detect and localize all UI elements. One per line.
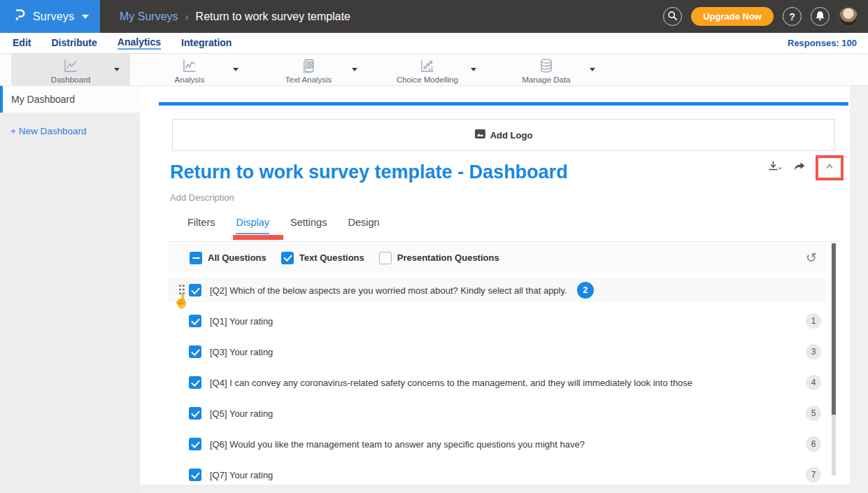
dashboard-actions — [765, 155, 844, 180]
collapse-header-button-highlighted[interactable] — [816, 155, 844, 180]
scatter-chart-icon — [418, 57, 436, 74]
presentation-questions-checkbox[interactable] — [379, 252, 392, 264]
filter-label: Text Questions — [299, 252, 364, 263]
filter-label: Presentation Questions — [397, 252, 499, 263]
add-description-placeholder[interactable]: Add Description — [170, 192, 234, 203]
question-checkbox[interactable] — [189, 376, 201, 389]
document-grid-icon — [300, 57, 317, 74]
scrollbar-thumb[interactable] — [832, 243, 836, 415]
question-row-q4: [Q4] I can convey any coronavirus-relate… — [169, 371, 826, 394]
new-dashboard-button[interactable]: + New Dashboard — [10, 126, 140, 136]
analytics-toolbar: Dashboard Analysis Text Analysis Choice … — [0, 54, 868, 86]
question-text: [Q3] Your rating — [210, 347, 273, 357]
question-order-badge: 6 — [806, 436, 821, 452]
dashboard-title[interactable]: Return to work survey template - Dashboa… — [170, 162, 568, 183]
toolbar-item-label: Dashboard — [51, 76, 90, 84]
filter-text-questions: Text Questions — [281, 252, 364, 264]
line-chart-icon — [180, 57, 199, 74]
question-mark-icon: ? — [789, 11, 795, 22]
question-text: [Q4] I can convey any coronavirus-relate… — [210, 378, 692, 388]
tab-design[interactable]: Design — [348, 217, 379, 234]
question-order-badge: 4 — [806, 375, 821, 390]
search-icon — [667, 10, 678, 23]
sidebar-item-my-dashboard[interactable]: My Dashboard — [0, 86, 140, 113]
share-arrow-icon — [792, 159, 806, 176]
annotation-red-underline — [233, 235, 283, 240]
question-text: [Q2] Which of the below aspects are you … — [210, 285, 567, 296]
drag-handle-icon[interactable] — [179, 285, 185, 294]
chevron-down-icon[interactable] — [233, 68, 239, 71]
question-checkbox[interactable] — [189, 407, 201, 420]
question-row-q7: [Q7] Your rating 7 — [169, 463, 826, 485]
top-header: Surveys My Surveys › Return to work surv… — [0, 0, 868, 33]
download-icon — [767, 159, 782, 177]
tab-settings[interactable]: Settings — [290, 217, 327, 234]
text-questions-checkbox[interactable] — [281, 252, 294, 264]
nav-item-edit[interactable]: Edit — [13, 37, 31, 49]
breadcrumb-current-survey: Return to work survey template — [196, 10, 350, 23]
responses-count: Responses: 100 — [788, 38, 868, 48]
filter-label: All Questions — [208, 252, 266, 263]
question-order-badge: 7 — [806, 467, 821, 483]
line-chart-icon — [62, 57, 80, 74]
breadcrumb-my-surveys[interactable]: My Surveys — [120, 10, 178, 23]
reset-order-button[interactable]: ↺ — [806, 251, 826, 264]
all-questions-checkbox[interactable] — [190, 252, 202, 264]
toolbar-item-dashboard[interactable]: Dashboard — [11, 54, 130, 86]
question-checkbox[interactable] — [189, 345, 201, 358]
breadcrumb-separator-icon: › — [185, 10, 189, 22]
question-checkbox[interactable] — [189, 469, 201, 481]
question-order-badge: 1 — [806, 313, 821, 329]
question-list: [Q2] Which of the below aspects are you … — [169, 278, 826, 485]
nav-item-distribute[interactable]: Distribute — [51, 37, 97, 49]
question-checkbox[interactable] — [189, 438, 201, 450]
tab-filters[interactable]: Filters — [187, 217, 215, 234]
question-order-badge: 3 — [806, 344, 821, 359]
chevron-down-icon[interactable] — [590, 68, 595, 71]
app-name: Surveys — [33, 10, 74, 23]
toolbar-item-manage-data[interactable]: Manage Data — [487, 54, 606, 86]
toolbar-item-label: Text Analysis — [285, 76, 332, 84]
help-button[interactable]: ? — [783, 7, 802, 26]
toolbar-item-label: Choice Modelling — [397, 76, 458, 84]
share-button[interactable] — [790, 159, 809, 177]
upgrade-now-button[interactable]: Upgrade Now — [691, 7, 774, 26]
download-button[interactable] — [765, 159, 783, 177]
add-logo-button[interactable]: Add Logo — [172, 119, 835, 151]
question-text: [Q1] Your rating — [210, 316, 273, 327]
question-filter-bar: All Questions Text Questions Presentatio… — [169, 243, 826, 272]
nav-item-analytics[interactable]: Analytics — [118, 36, 161, 50]
scrollbar-track[interactable] — [832, 243, 836, 476]
question-checkbox[interactable] — [189, 284, 201, 296]
question-row-q2: [Q2] Which of the below aspects are you … — [169, 278, 826, 302]
toolbar-item-label: Analysis — [175, 76, 205, 84]
dashboard-sidebar: My Dashboard + New Dashboard — [0, 86, 140, 493]
database-icon — [538, 57, 555, 74]
app-switcher-button[interactable]: Surveys — [0, 0, 100, 33]
notifications-button[interactable] — [811, 7, 830, 26]
question-row-q1: [Q1] Your rating 1 — [169, 309, 826, 333]
question-text: [Q5] Your rating — [210, 408, 273, 419]
question-row-q6: [Q6] Would you like the management team … — [169, 432, 826, 456]
dashboard-top-accent — [159, 102, 848, 106]
survey-nav: Edit Distribute Analytics Integration Re… — [0, 33, 868, 54]
filter-presentation-questions: Presentation Questions — [379, 252, 499, 264]
question-checkbox[interactable] — [189, 315, 201, 327]
image-icon — [475, 129, 485, 142]
toolbar-item-choice-modelling[interactable]: Choice Modelling — [368, 54, 487, 86]
question-order-badge: 5 — [806, 406, 821, 421]
chevron-down-icon[interactable] — [471, 68, 476, 71]
toolbar-item-analysis[interactable]: Analysis — [130, 54, 249, 86]
nav-item-integration[interactable]: Integration — [181, 37, 232, 49]
chevron-down-icon[interactable] — [352, 68, 357, 71]
question-text: [Q6] Would you like the management team … — [210, 439, 585, 450]
question-row-q3: [Q3] Your rating 3 — [169, 340, 826, 364]
breadcrumb: My Surveys › Return to work survey templ… — [120, 10, 350, 23]
chevron-down-icon[interactable] — [114, 68, 120, 71]
tab-display[interactable]: Display — [236, 217, 269, 234]
toolbar-item-text-analysis[interactable]: Text Analysis — [249, 54, 368, 86]
app-screen: Surveys My Surveys › Return to work surv… — [0, 0, 868, 493]
dashboard-tabs: Filters Display Settings Design — [187, 217, 380, 234]
search-button[interactable] — [663, 7, 682, 26]
user-avatar[interactable] — [839, 7, 858, 27]
